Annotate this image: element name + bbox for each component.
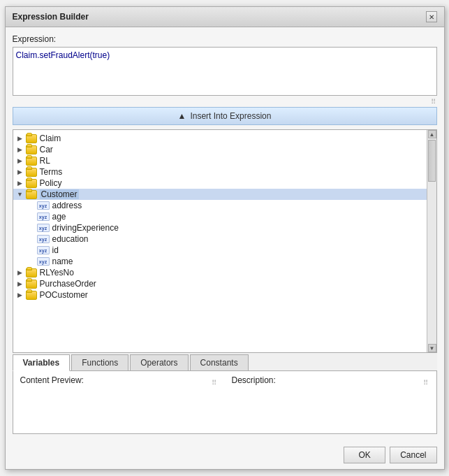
- tree-toggle-customer[interactable]: ▼: [16, 190, 24, 199]
- folder-icon-terms: [26, 168, 37, 177]
- field-icon-name: xyz: [37, 257, 50, 266]
- tree-scroll-area[interactable]: ▶ Claim ▶ Car ▶ RL ▶: [13, 130, 436, 352]
- tree-label-education: education: [52, 234, 89, 244]
- tree-label-id: id: [52, 245, 59, 255]
- tree-item-pocustomer[interactable]: ▶ POCustomer: [13, 289, 436, 301]
- scrollbar-up-arrow[interactable]: ▲: [428, 130, 436, 138]
- tree-label-rl: RL: [40, 156, 50, 166]
- tree-item-claim[interactable]: ▶ Claim: [13, 133, 436, 144]
- tree-toggle-claim[interactable]: ▶: [16, 134, 24, 143]
- tree-toggle-car[interactable]: ▶: [16, 145, 24, 154]
- description-col: Description: ⠿: [232, 375, 429, 429]
- content-preview-resize-icon: ⠿: [212, 379, 216, 387]
- tree-toggle-age: [27, 212, 36, 221]
- content-preview-col: Content Preview: ⠿: [20, 375, 218, 429]
- tree-label-driving-experience: drivingExperience: [52, 223, 119, 233]
- insert-label: Insert Into Expression: [190, 111, 271, 121]
- tabs-bar: Variables Functions Operators Constants: [13, 353, 437, 371]
- tree-item-name[interactable]: xyz name: [13, 256, 436, 267]
- description-label: Description:: [232, 375, 429, 385]
- tree-toggle-education: [27, 235, 36, 243]
- tree-label-terms: Terms: [40, 167, 63, 177]
- preview-section: Content Preview: ⠿ Description: ⠿: [13, 371, 437, 434]
- dialog-title: Expression Builder: [13, 12, 89, 22]
- expression-builder-dialog: Expression Builder ✕ Expression: Claim.s…: [5, 6, 445, 470]
- folder-icon-policy: [26, 179, 37, 188]
- tree-item-purchaseorder[interactable]: ▶ PurchaseOrder: [13, 278, 436, 289]
- tree-panel: ▶ Claim ▶ Car ▶ RL ▶: [13, 129, 437, 353]
- folder-icon-rlyesno: [26, 268, 37, 277]
- folder-icon-rl: [26, 157, 37, 166]
- bottom-buttons: OK Cancel: [6, 441, 444, 469]
- tree-toggle-terms[interactable]: ▶: [16, 168, 24, 176]
- content-preview-label: Content Preview:: [20, 375, 218, 385]
- tree-label-age: age: [52, 212, 66, 222]
- tree-toggle-rl[interactable]: ▶: [16, 157, 24, 165]
- expression-label: Expression:: [13, 34, 437, 44]
- title-bar: Expression Builder ✕: [6, 7, 444, 27]
- folder-icon-car: [26, 145, 37, 154]
- tree-toggle-policy[interactable]: ▶: [16, 179, 24, 187]
- description-resize-icon: ⠿: [423, 379, 428, 387]
- tree-toggle-name: [27, 257, 36, 266]
- tree-toggle-pocustomer[interactable]: ▶: [16, 291, 24, 299]
- close-button[interactable]: ✕: [426, 11, 437, 22]
- tab-functions[interactable]: Functions: [71, 354, 128, 370]
- tree-item-age[interactable]: xyz age: [13, 211, 436, 222]
- tree-toggle-address: [27, 201, 36, 210]
- tree-label-name: name: [52, 257, 73, 266]
- scrollbar-thumb[interactable]: [428, 140, 436, 182]
- insert-icon: ▲: [178, 111, 186, 121]
- resize-dots: ⠿: [431, 98, 436, 106]
- tree-toggle-rlyesno[interactable]: ▶: [16, 268, 24, 277]
- tree-item-rl[interactable]: ▶ RL: [13, 155, 436, 166]
- expression-input[interactable]: Claim.setFraudAlert(true): [13, 47, 437, 96]
- tree-item-terms[interactable]: ▶ Terms: [13, 166, 436, 178]
- tree-label-claim: Claim: [40, 134, 61, 143]
- tree-item-address[interactable]: xyz address: [13, 200, 436, 211]
- tab-operators[interactable]: Operators: [130, 354, 188, 370]
- field-icon-id: xyz: [37, 246, 50, 254]
- tree-label-pocustomer: POCustomer: [40, 290, 88, 300]
- tree-label-customer: Customer: [40, 189, 79, 199]
- field-icon-education: xyz: [37, 235, 50, 243]
- insert-into-expression-button[interactable]: ▲ Insert Into Expression: [13, 107, 437, 125]
- tree-toggle-purchaseorder[interactable]: ▶: [16, 280, 24, 288]
- tree-item-car[interactable]: ▶ Car: [13, 144, 436, 155]
- resize-handle-area: ⠿: [13, 98, 437, 107]
- tree-scrollbar[interactable]: ▲ ▼: [427, 130, 436, 352]
- tree-item-id[interactable]: xyz id: [13, 245, 436, 256]
- tree-label-address: address: [52, 201, 82, 210]
- cancel-button[interactable]: Cancel: [390, 447, 436, 463]
- ok-button[interactable]: OK: [344, 447, 385, 463]
- tree-toggle-driving-experience: [27, 224, 36, 232]
- field-icon-address: xyz: [37, 201, 50, 210]
- tab-variables[interactable]: Variables: [13, 354, 71, 371]
- tree-label-car: Car: [40, 145, 53, 154]
- tree-item-policy[interactable]: ▶ Policy: [13, 178, 436, 189]
- folder-icon-claim: [26, 134, 37, 143]
- tab-constants[interactable]: Constants: [190, 354, 249, 370]
- tree-toggle-id: [27, 246, 36, 254]
- folder-icon-pocustomer: [26, 291, 37, 300]
- tree-label-purchaseorder: PurchaseOrder: [40, 279, 96, 289]
- dialog-body: Expression: Claim.setFraudAlert(true) ⠿ …: [6, 27, 444, 441]
- tree-label-rlyesno: RLYesNo: [40, 268, 74, 277]
- tree-label-policy: Policy: [40, 178, 62, 188]
- folder-icon-customer: [26, 190, 37, 199]
- scrollbar-down-arrow[interactable]: ▼: [428, 344, 436, 352]
- field-icon-driving-experience: xyz: [37, 224, 50, 232]
- tree-item-driving-experience[interactable]: xyz drivingExperience: [13, 222, 436, 233]
- folder-icon-purchaseorder: [26, 280, 37, 289]
- tree-item-education[interactable]: xyz education: [13, 233, 436, 245]
- field-icon-age: xyz: [37, 212, 50, 221]
- tree-item-customer[interactable]: ▼ Customer: [13, 189, 436, 200]
- tree-item-rlyesno[interactable]: ▶ RLYesNo: [13, 267, 436, 278]
